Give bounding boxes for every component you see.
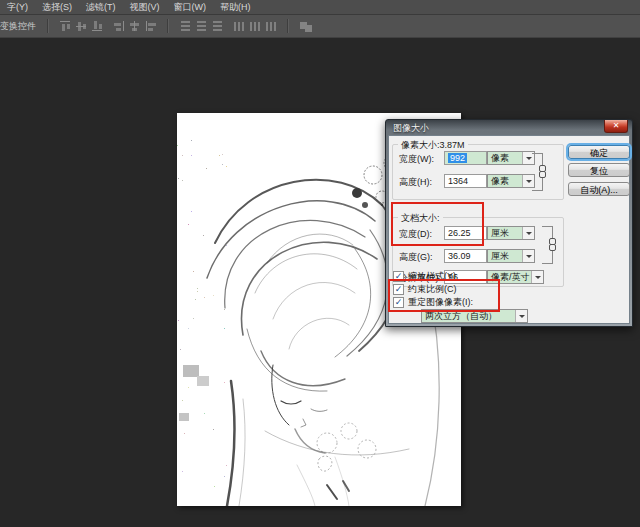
resolution-unit-select[interactable]: 像素/英寸 — [487, 270, 544, 284]
dialog-title-bar[interactable]: 图像大小 ✕ — [386, 120, 632, 135]
separator — [287, 19, 289, 33]
checkbox-checked-icon[interactable]: ✓ — [393, 297, 404, 308]
pixel-height-input[interactable]: 1364 — [444, 174, 487, 188]
distribute-right-icon[interactable] — [265, 20, 277, 32]
pixel-height-unit-select[interactable]: 像素 — [487, 174, 535, 188]
chevron-down-icon[interactable] — [531, 271, 543, 283]
align-left-icon[interactable] — [113, 20, 125, 32]
distribute-bottom-icon[interactable] — [211, 20, 223, 32]
dialog-body: 像素大小:3.87M 宽度(W): 992 像素 高度(H): 1364 像素 … — [388, 135, 630, 324]
menu-view[interactable]: 视图(V) — [123, 0, 167, 14]
document-size-group-label: 文档大小: — [398, 212, 443, 225]
doc-height-label: 高度(G): — [399, 251, 433, 264]
reset-button[interactable]: 复位 — [568, 163, 630, 177]
checkbox-checked-icon[interactable]: ✓ — [393, 284, 404, 295]
chain-link-icon — [539, 165, 546, 178]
tool-options-bar: 变换控件 — [0, 15, 640, 38]
pixel-link-bracket — [532, 153, 543, 191]
distribute-middle-icon[interactable] — [195, 20, 207, 32]
align-bottom-icon[interactable] — [91, 20, 103, 32]
chevron-down-icon[interactable] — [522, 227, 534, 239]
auto-align-layers-icon[interactable] — [299, 20, 314, 32]
scale-styles-label: 缩放样式(Y) — [408, 270, 456, 283]
resample-image-checkbox-row[interactable]: ✓ 重定图像像素(I): — [393, 296, 473, 308]
align-right-icon[interactable] — [145, 20, 157, 32]
document-link-bracket — [542, 226, 553, 264]
auto-button[interactable]: 自动(A)... — [568, 182, 630, 196]
dialog-title: 图像大小 — [393, 122, 429, 135]
close-icon[interactable]: ✕ — [604, 120, 628, 133]
selected-text: 992 — [448, 153, 467, 163]
chevron-down-icon[interactable] — [522, 250, 534, 262]
doc-width-label: 宽度(D): — [399, 228, 432, 241]
menu-bar: 字(Y) 选择(S) 滤镜(T) 视图(V) 窗口(W) 帮助(H) — [0, 0, 640, 15]
doc-width-input[interactable]: 26.25 — [444, 226, 487, 240]
doc-width-unit-select[interactable]: 厘米 — [487, 226, 535, 240]
resample-method-select[interactable]: 两次立方（自动） — [421, 309, 528, 323]
scale-styles-checkbox-row[interactable]: ✓ 缩放样式(Y) — [393, 270, 456, 282]
separator — [167, 19, 169, 33]
distribute-left-icon[interactable] — [233, 20, 245, 32]
ok-button[interactable]: 确定 — [568, 145, 630, 159]
constrain-proportions-checkbox-row[interactable]: ✓ 约束比例(C) — [393, 283, 457, 295]
checkbox-checked-icon[interactable]: ✓ — [393, 271, 404, 282]
chevron-down-icon[interactable] — [515, 310, 527, 322]
doc-height-unit-select[interactable]: 厘米 — [487, 249, 535, 263]
align-middle-icon[interactable] — [75, 20, 87, 32]
pixel-width-input[interactable]: 992 — [444, 151, 487, 165]
pixel-height-label: 高度(H): — [399, 176, 432, 189]
image-size-dialog: 图像大小 ✕ 像素大小:3.87M 宽度(W): 992 像素 高度(H): 1… — [385, 119, 633, 327]
constrain-proportions-label: 约束比例(C) — [408, 283, 457, 296]
pixel-width-unit-select[interactable]: 像素 — [487, 151, 535, 165]
show-transform-controls-label: 变换控件 — [0, 20, 42, 33]
menu-help[interactable]: 帮助(H) — [213, 0, 258, 14]
doc-height-input[interactable]: 36.09 — [444, 249, 487, 263]
chain-link-icon — [549, 238, 556, 251]
pixel-width-label: 宽度(W): — [399, 153, 434, 166]
align-top-icon[interactable] — [59, 20, 71, 32]
menu-filter[interactable]: 滤镜(T) — [79, 0, 123, 14]
menu-window[interactable]: 窗口(W) — [167, 0, 214, 14]
align-center-icon[interactable] — [129, 20, 141, 32]
separator — [47, 19, 49, 33]
distribute-center-icon[interactable] — [249, 20, 261, 32]
resample-image-label: 重定图像像素(I): — [408, 296, 473, 309]
menu-type[interactable]: 字(Y) — [0, 0, 35, 14]
menu-select[interactable]: 选择(S) — [35, 0, 79, 14]
distribute-top-icon[interactable] — [179, 20, 191, 32]
